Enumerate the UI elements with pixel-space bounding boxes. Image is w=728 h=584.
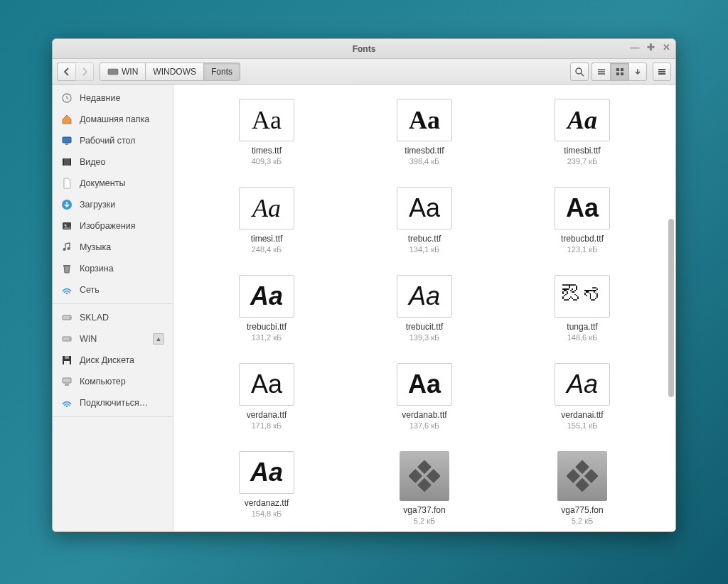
breadcrumb-win[interactable]: WIN: [100, 63, 146, 81]
file-item[interactable]: Aaverdanai.ttf155,1 кБ: [518, 363, 647, 430]
svg-rect-42: [584, 469, 598, 483]
sidebar-device-sklad[interactable]: SKLAD: [53, 307, 173, 328]
svg-point-26: [66, 293, 68, 294]
drive-icon: [107, 66, 119, 77]
font-thumbnail: Aa: [239, 99, 294, 141]
menu-button[interactable]: [653, 63, 671, 81]
file-item[interactable]: ಔಶtunga.ttf148,6 кБ: [518, 275, 647, 342]
drive-icon: [61, 333, 73, 345]
search-button[interactable]: [570, 63, 589, 81]
file-manager-window: Fonts — ✚ ✕ WIN WINDOWS Fonts: [52, 38, 676, 532]
file-name: trebucit.ttf: [406, 322, 444, 332]
file-size: 154,8 кБ: [252, 509, 282, 518]
search-icon: [574, 67, 584, 77]
sidebar-item-clock[interactable]: Недавние: [53, 87, 173, 109]
file-name: timesbd.ttf: [405, 146, 444, 156]
connect-icon: [61, 397, 73, 409]
computer-icon: [61, 376, 73, 387]
file-item[interactable]: Aatrebucit.ttf139,3 кБ: [360, 275, 489, 342]
music-icon: [61, 242, 73, 253]
back-button[interactable]: [57, 63, 75, 81]
window-body: НедавниеДомашняя папкаРабочий столВидеоД…: [53, 85, 675, 531]
file-size: 398,4 кБ: [410, 157, 440, 166]
file-size: 239,7 кБ: [567, 157, 598, 166]
sidebar-item-network[interactable]: Сеть: [53, 279, 173, 301]
sidebar-device--[interactable]: Подключиться…: [53, 392, 173, 413]
minimize-button[interactable]: —: [630, 42, 640, 52]
file-item[interactable]: Aatimesbd.ttf398,4 кБ: [360, 99, 489, 166]
view-options-button[interactable]: [628, 63, 647, 81]
svg-rect-8: [621, 68, 623, 71]
svg-rect-10: [621, 72, 623, 75]
sidebar-device--[interactable]: Компьютер: [53, 371, 173, 392]
file-name: trebucbd.ttf: [561, 234, 604, 244]
svg-rect-39: [409, 469, 422, 483]
file-item[interactable]: vga775.fon5,2 кБ: [518, 451, 647, 525]
file-item[interactable]: Aatimes.ttf409,3 кБ: [202, 99, 331, 166]
file-item[interactable]: Aatrebuc.ttf134,1 кБ: [360, 187, 489, 254]
svg-rect-34: [63, 378, 71, 383]
file-item[interactable]: Aatrebucbi.ttf131,2 кБ: [202, 275, 331, 342]
content-area[interactable]: Aatimes.ttf409,3 кБAatimesbd.ttf398,4 кБ…: [173, 85, 675, 531]
file-item[interactable]: Aaverdanab.ttf137,6 кБ: [360, 363, 489, 430]
font-thumbnail: Aa: [239, 275, 294, 318]
svg-point-22: [65, 225, 67, 227]
sidebar-item-doc[interactable]: Документы: [53, 173, 173, 194]
file-size: 409,3 кБ: [252, 157, 282, 166]
window-title: Fonts: [353, 44, 376, 54]
sidebar-label: Компьютер: [80, 377, 126, 386]
font-thumbnail: Aa: [239, 451, 294, 494]
file-name: verdana.ttf: [247, 410, 287, 420]
down-arrow-icon: [633, 67, 642, 76]
grid-view-button[interactable]: [610, 63, 628, 81]
file-item[interactable]: Aatimesbi.ttf239,7 кБ: [518, 99, 647, 166]
eject-button[interactable]: ▲: [153, 333, 164, 345]
file-item[interactable]: vga737.fon5,2 кБ: [360, 451, 489, 525]
sidebar-item-video[interactable]: Видео: [53, 151, 173, 173]
file-size: 139,3 кБ: [410, 333, 440, 342]
file-name: tunga.ttf: [567, 322, 597, 332]
sidebar-item-desktop[interactable]: Рабочий стол: [53, 130, 173, 151]
fon-thumbnail: [557, 451, 607, 501]
titlebar[interactable]: Fonts — ✚ ✕: [53, 39, 675, 59]
file-item[interactable]: Aatimesi.ttf248,4 кБ: [202, 187, 331, 254]
close-button[interactable]: ✕: [661, 42, 671, 52]
svg-rect-41: [575, 460, 589, 474]
sidebar-item-image[interactable]: Изображения: [53, 215, 173, 237]
breadcrumb-windows[interactable]: WINDOWS: [146, 63, 204, 81]
sidebar-label: Музыка: [80, 242, 111, 252]
sidebar-device-win[interactable]: WIN▲: [53, 328, 173, 350]
breadcrumb-fonts[interactable]: Fonts: [204, 63, 240, 81]
font-thumbnail: Aa: [397, 99, 452, 141]
font-thumbnail: Aa: [555, 363, 610, 406]
sidebar-device--[interactable]: Диск Дискета: [53, 350, 173, 371]
sidebar-label: Загрузки: [80, 200, 115, 210]
grid-icon: [615, 67, 625, 77]
file-size: 155,1 кБ: [567, 421, 598, 430]
sidebar-item-download[interactable]: Загрузки: [53, 194, 173, 215]
file-name: trebucbi.ttf: [247, 322, 287, 332]
font-thumbnail: ಔಶ: [555, 275, 610, 318]
sidebar-item-home[interactable]: Домашняя папка: [53, 109, 173, 130]
maximize-button[interactable]: ✚: [646, 42, 655, 52]
sidebar-label: Сеть: [80, 285, 100, 295]
scrollbar[interactable]: [667, 85, 674, 531]
list-view-button[interactable]: [592, 63, 610, 81]
svg-point-23: [63, 248, 66, 251]
sidebar-label: SKLAD: [80, 313, 109, 323]
sidebar-item-music[interactable]: Музыка: [53, 237, 173, 258]
scrollbar-thumb[interactable]: [668, 219, 674, 398]
font-thumbnail: Aa: [555, 187, 610, 229]
svg-rect-19: [70, 158, 71, 166]
svg-rect-35: [65, 384, 69, 386]
desktop-icon: [61, 135, 73, 146]
file-item[interactable]: Aaverdanaz.ttf154,8 кБ: [202, 451, 331, 525]
forward-button[interactable]: [75, 63, 94, 81]
window-controls: — ✚ ✕: [630, 42, 671, 52]
file-item[interactable]: Aaverdana.ttf171,8 кБ: [202, 363, 331, 430]
file-item[interactable]: Aatrebucbd.ttf123,1 кБ: [518, 187, 647, 254]
svg-point-1: [115, 71, 117, 72]
sidebar-item-trash[interactable]: Корзина: [53, 258, 173, 279]
svg-rect-40: [417, 478, 432, 492]
file-name: trebuc.ttf: [408, 234, 441, 244]
